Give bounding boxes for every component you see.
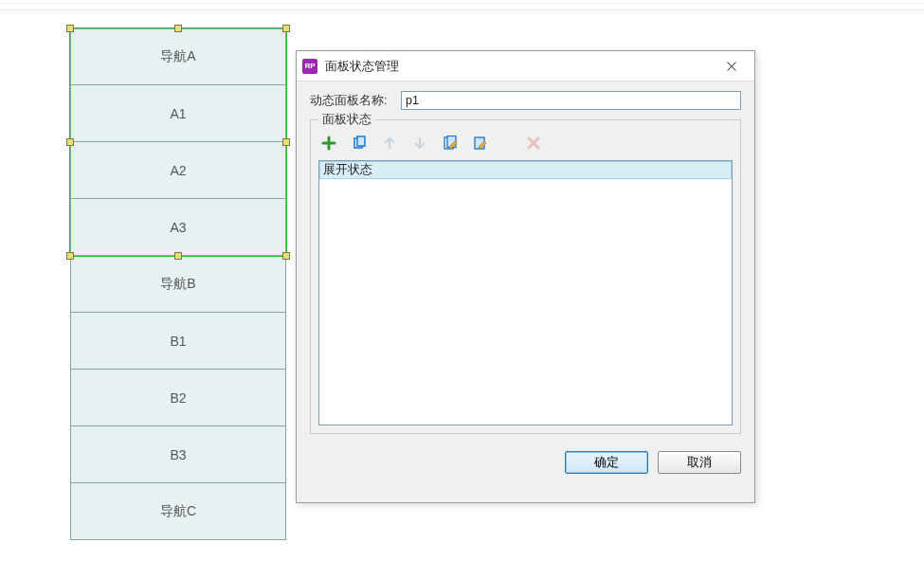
edit-icon [473, 136, 488, 151]
svg-rect-1 [357, 136, 365, 146]
panel-name-input[interactable] [401, 91, 741, 110]
nav-cell-label: B2 [170, 390, 186, 406]
delete-state-button[interactable] [525, 135, 542, 152]
move-up-button[interactable] [381, 135, 398, 152]
nav-cell[interactable]: 导航C [70, 483, 286, 540]
nav-cell-label: A3 [170, 220, 186, 235]
nav-cell-label: B1 [170, 334, 186, 349]
panel-name-label: 动态面板名称: [310, 93, 401, 109]
edit-state-button[interactable] [472, 135, 489, 152]
state-list-item[interactable]: 展开状态 [319, 161, 732, 179]
dialog-titlebar[interactable]: RP 面板状态管理 [297, 51, 754, 81]
arrow-down-icon [412, 136, 427, 151]
nav-cell[interactable]: B2 [70, 370, 286, 426]
cancel-button[interactable]: 取消 [658, 451, 741, 474]
close-icon [726, 61, 737, 72]
fieldset-legend: 面板状态 [318, 112, 375, 128]
nav-cell[interactable]: A1 [70, 85, 286, 142]
app-icon: RP [302, 59, 317, 74]
nav-cell[interactable]: B1 [70, 313, 286, 370]
nav-cell[interactable]: A2 [70, 142, 286, 199]
nav-cell[interactable]: B3 [70, 426, 286, 483]
nav-cell-label: A1 [170, 106, 186, 121]
move-down-button[interactable] [411, 135, 428, 152]
delete-icon [526, 136, 541, 151]
nav-cell[interactable]: 导航B [70, 256, 286, 313]
panel-states-fieldset: 面板状态 [310, 119, 741, 434]
nav-cell-label: A2 [170, 163, 186, 178]
duplicate-state-button[interactable] [351, 135, 368, 152]
nav-cell[interactable]: 导航A [70, 28, 286, 85]
panel-state-manager-dialog: RP 面板状态管理 动态面板名称: 面板状态 [296, 50, 755, 503]
state-item-label: 展开状态 [323, 163, 372, 176]
ok-button[interactable]: 确定 [565, 451, 648, 474]
duplicate-icon [352, 136, 367, 151]
nav-cell-label: 导航B [160, 276, 195, 293]
state-list[interactable]: 展开状态 [318, 160, 733, 425]
nav-cell-label: B3 [170, 447, 186, 462]
add-icon [321, 136, 336, 151]
edit-all-states-button[interactable] [442, 135, 459, 152]
state-toolbar [320, 132, 733, 154]
nav-cell-label: 导航C [160, 503, 196, 520]
nav-panel: 导航A A1 A2 A3 导航B B1 B2 B3 导航C [70, 28, 286, 540]
dialog-title: 面板状态管理 [325, 58, 713, 75]
nav-cell[interactable]: A3 [70, 199, 286, 256]
nav-cell-label: 导航A [160, 48, 195, 65]
arrow-up-icon [382, 136, 397, 151]
edit-all-icon [443, 136, 458, 151]
add-state-button[interactable] [320, 135, 337, 152]
close-button[interactable] [713, 53, 751, 80]
